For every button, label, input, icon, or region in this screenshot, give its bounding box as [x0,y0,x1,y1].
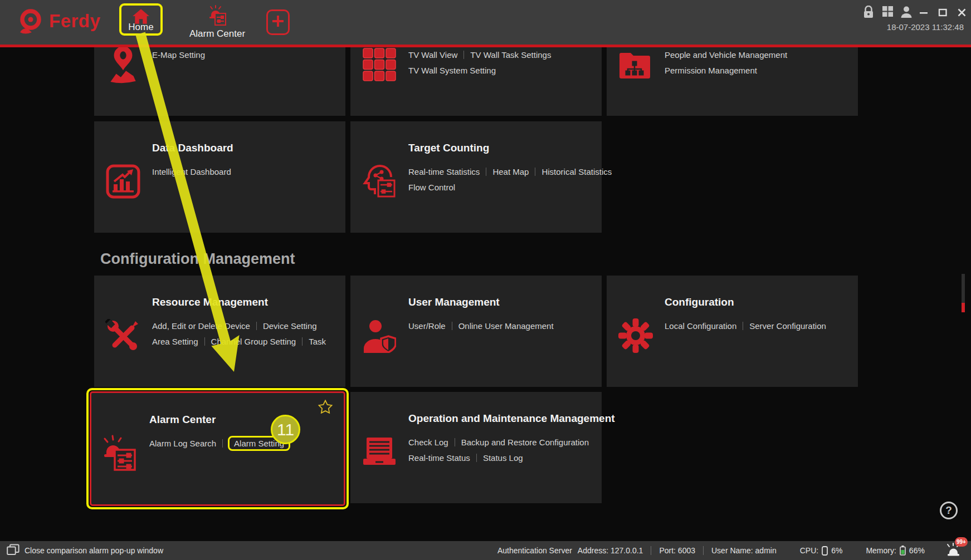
cpu-label: CPU: [800,546,818,555]
user-account-icon[interactable] [900,6,913,20]
tile-title: Configuration [665,296,734,308]
tile-resource-management: Resource Management Add, Edit or Delete … [94,276,345,387]
top-bar: Ferdy Home [0,0,971,47]
auth-server-label: Authentication Server [497,546,572,555]
link-tv-wall-system-setting[interactable]: TV Wall System Setting [408,66,496,75]
close-comparison-alarm-label: Close comparison alarm pop-up window [25,546,163,555]
tile-data-dashboard: Data Dashboard Intelligent Dashboard [94,121,345,233]
scrollbar-thumb[interactable] [962,274,965,303]
tile-title: User Management [408,296,500,308]
link-flow-control[interactable]: Flow Control [408,183,455,192]
question-mark-icon: ? [945,504,952,517]
link-permission-management[interactable]: Permission Management [665,66,757,75]
link-tv-wall-task-settings[interactable]: TV Wall Task Settings [470,50,551,60]
link-emap-setting[interactable]: E-Map Setting [152,50,205,60]
link-tv-wall-view[interactable]: TV Wall View [408,50,457,60]
maximize-icon[interactable] [938,8,948,19]
alarm-count-badge: 99+ [955,537,968,547]
tile-user-management: User Management User/Role Online User Ma… [350,276,602,387]
link-real-time-status[interactable]: Real-time Status [408,453,470,463]
link-real-time-statistics[interactable]: Real-time Statistics [408,167,480,176]
link-intelligent-dashboard[interactable]: Intelligent Dashboard [152,167,231,176]
tile-target-counting: Target Counting Real-time Statistics Hea… [350,121,602,233]
link-divider [302,337,302,346]
memory-label: Memory: [866,546,896,555]
link-local-configuration[interactable]: Local Configuration [665,321,736,331]
tab-home[interactable]: Home [119,3,163,36]
link-task[interactable]: Task [309,337,326,346]
link-divider [463,51,464,59]
minimize-icon[interactable] [919,8,929,19]
apps-grid-icon[interactable] [882,6,894,19]
brand-name: Ferdy [49,11,100,32]
add-tab-button[interactable] [266,9,290,35]
cpu-value: 6% [831,546,842,555]
link-device-setting[interactable]: Device Setting [263,321,317,331]
datetime-display: 18-07-2023 11:32:48 [887,22,964,32]
status-divider [703,546,704,555]
cpu-gauge-icon [822,546,828,556]
favorite-star-icon[interactable] [318,400,333,416]
server-port: Port: 6003 [659,546,695,555]
tools-icon [103,316,143,356]
tile-configuration: Configuration Local Configuration Server… [607,276,858,387]
tab-alarm-center[interactable]: Alarm Center [184,5,251,39]
app-window: Ferdy Home [0,0,971,560]
link-divider [486,168,486,176]
link-status-log[interactable]: Status Log [483,453,523,463]
close-comparison-alarm-toggle[interactable]: Close comparison alarm pop-up window [7,541,163,560]
link-divider [256,322,257,330]
tab-alarm-center-label: Alarm Center [189,28,245,39]
status-divider [651,546,651,555]
alarm-center-highlight-inner: Alarm Center Alarm Log Search Alarm Sett… [90,391,345,506]
server-address: Address: 127.0.0.1 [578,546,643,555]
link-historical-statistics[interactable]: Historical Statistics [541,167,612,176]
memory-gauge-icon [900,546,906,556]
user-shield-icon [359,316,399,356]
link-area-setting[interactable]: Area Setting [152,337,198,346]
tile-title: Operation and Maintenance Management [408,412,615,425]
laptop-log-icon [359,432,399,472]
link-heat-map[interactable]: Heat Map [492,167,529,176]
memory-value: 66% [909,546,925,555]
link-divider [222,439,223,448]
link-people-vehicle-management[interactable]: People and Vehicle Management [665,50,787,60]
webcam-logo-icon [16,8,45,38]
user-name: User Name: admin [711,546,777,555]
head-analytics-icon [359,161,399,202]
close-icon[interactable] [957,8,967,19]
link-divider [476,454,477,462]
link-backup-restore-configuration[interactable]: Backup and Restore Configuration [461,438,589,447]
link-channel-group-setting[interactable]: Channel Group Setting [211,337,296,346]
alarm-center-highlight-box: Alarm Center Alarm Log Search Alarm Sett… [86,388,349,509]
tile-alarm-center: Alarm Center Alarm Log Search Alarm Sett… [91,393,344,504]
tile-title: Resource Management [152,296,268,308]
help-button[interactable]: ? [940,502,958,519]
tv-wall-grid-icon [359,45,399,85]
link-alarm-log-search[interactable]: Alarm Log Search [149,439,216,448]
link-server-configuration[interactable]: Server Configuration [749,321,826,331]
tile-title: Alarm Center [149,414,216,426]
tile-title: Target Counting [408,142,489,154]
gear-icon [616,316,656,356]
bar-chart-icon [103,161,143,202]
plus-icon [272,15,284,30]
link-add-edit-delete-device[interactable]: Add, Edit or Delete Device [152,321,250,331]
status-bar-info: Authentication Server Address: 127.0.0.1… [497,541,925,560]
windows-stack-icon [7,544,19,557]
link-divider [535,168,535,176]
link-check-log[interactable]: Check Log [408,438,448,447]
alarm-siren-panel-icon [100,433,140,473]
link-online-user-management[interactable]: Online User Management [458,321,554,331]
map-pin-icon [103,45,143,85]
alarm-siren-icon [207,5,228,28]
tile-operation-maintenance: Operation and Maintenance Management Che… [350,392,602,503]
home-icon [132,8,150,27]
status-bar: Close comparison alarm pop-up window Aut… [0,541,971,560]
tile-title: Data Dashboard [152,142,233,154]
link-divider [743,322,743,330]
link-divider [452,322,452,330]
link-user-role[interactable]: User/Role [408,321,446,331]
lock-icon[interactable] [863,6,874,21]
folder-tree-icon [616,45,656,85]
